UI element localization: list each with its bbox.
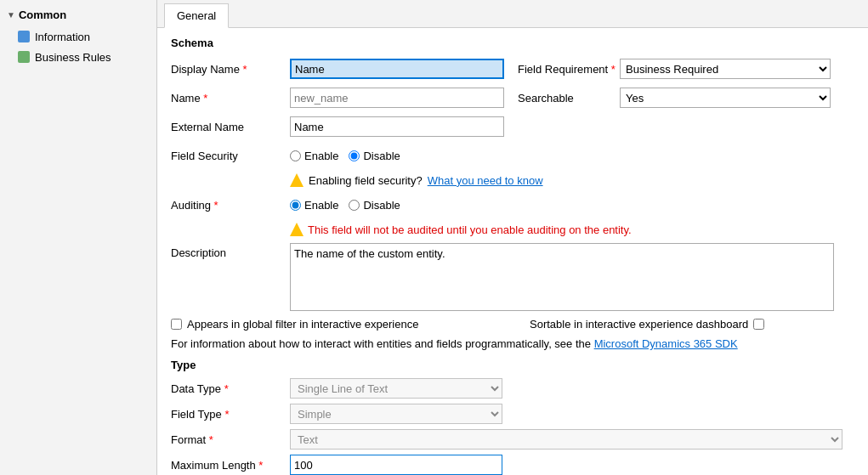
info-icon (17, 30, 31, 43)
auditing-warning-text: This field will not be audited until you… (308, 223, 632, 236)
sidebar-header: Common (0, 3, 156, 26)
tab-general[interactable]: General (164, 3, 229, 28)
checkbox-row: Appears in global filter in interactive … (171, 318, 854, 331)
description-row: Description (171, 243, 854, 311)
auditing-enable-radio[interactable] (290, 200, 301, 211)
sortable-label: Sortable in interactive experience dashb… (530, 318, 748, 331)
description-label: Description (171, 246, 290, 259)
field-security-warning-row: Enabling field security? What you need t… (290, 173, 854, 187)
sidebar-item-business-rules-label: Business Rules (35, 51, 111, 64)
field-requirement-group: Field Requirement * Business Required Re… (518, 59, 831, 79)
field-security-radio-group: Enable Disable (290, 150, 400, 162)
global-filter-label: Appears in global filter in interactive … (187, 318, 418, 331)
field-requirement-label: Field Requirement * (518, 63, 620, 76)
info-link-row: For information about how to interact wi… (171, 337, 854, 350)
external-name-label: External Name (171, 121, 290, 133)
data-type-row: Data Type * Single Line of Text (171, 378, 854, 399)
field-security-disable-label[interactable]: Disable (349, 150, 400, 162)
field-security-enable-label[interactable]: Enable (290, 150, 338, 162)
field-security-enable-radio[interactable] (290, 150, 301, 161)
warning-icon (290, 173, 304, 187)
max-length-input[interactable] (290, 455, 502, 475)
tab-general-label: General (177, 9, 216, 22)
field-security-label: Field Security (171, 150, 290, 162)
field-security-warning-text: Enabling field security? (309, 174, 423, 187)
external-name-input[interactable] (290, 116, 504, 137)
name-row: Name * Searchable Yes No (171, 87, 854, 109)
sidebar-item-information-label: Information (35, 31, 90, 43)
rules-icon (17, 50, 31, 64)
global-filter-checkbox[interactable] (171, 319, 182, 330)
tab-bar: General (157, 0, 868, 28)
description-textarea[interactable] (290, 243, 834, 311)
field-type-select[interactable]: Simple (290, 404, 502, 424)
sortable-checkbox[interactable] (753, 319, 764, 330)
format-select[interactable]: Text (290, 429, 842, 450)
global-filter-col: Appears in global filter in interactive … (171, 318, 496, 331)
display-name-required: * (243, 63, 247, 76)
field-security-row: Field Security Enable Disable (171, 144, 854, 167)
name-label: Name * (171, 92, 290, 105)
field-security-link[interactable]: What you need to know (428, 174, 543, 187)
sidebar-item-business-rules[interactable]: Business Rules (0, 47, 156, 67)
sidebar-item-information[interactable]: Information (0, 26, 156, 47)
data-type-select[interactable]: Single Line of Text (290, 378, 502, 399)
data-type-label: Data Type * (171, 382, 290, 395)
content-area: Schema Display Name * Field Requirement … (157, 28, 868, 475)
field-requirement-select[interactable]: Business Required Required Optional (620, 59, 831, 79)
format-label: Format * (171, 433, 290, 446)
display-name-input[interactable] (290, 59, 504, 79)
format-row: Format * Text (171, 429, 854, 450)
schema-title: Schema (171, 37, 854, 49)
sdk-link[interactable]: Microsoft Dynamics 365 SDK (594, 337, 738, 350)
max-length-row: Maximum Length * (171, 455, 854, 475)
auditing-warning-row: This field will not be audited until you… (290, 223, 854, 236)
field-type-label: Field Type * (171, 408, 290, 421)
field-security-disable-radio[interactable] (349, 150, 360, 161)
searchable-label: Searchable (518, 92, 620, 105)
searchable-group: Searchable Yes No (518, 88, 831, 108)
main-content: General Schema Display Name * Field Requ… (157, 0, 868, 475)
auditing-warning-icon (290, 223, 304, 236)
searchable-select[interactable]: Yes No (620, 88, 831, 108)
type-title: Type (171, 359, 854, 371)
auditing-radio-group: Enable Disable (290, 199, 400, 212)
auditing-disable-label[interactable]: Disable (349, 199, 400, 212)
sidebar-header-label: Common (19, 8, 66, 21)
max-length-label: Maximum Length * (171, 459, 290, 472)
sidebar: Common Information Business Rules (0, 0, 157, 475)
display-name-row: Display Name * Field Requirement * Busin… (171, 58, 854, 80)
auditing-enable-label[interactable]: Enable (290, 199, 338, 212)
name-input[interactable] (290, 88, 504, 108)
info-text: For information about how to interact wi… (171, 337, 591, 350)
auditing-label: Auditing * (171, 199, 290, 212)
external-name-row: External Name (171, 116, 854, 138)
display-name-label: Display Name * (171, 63, 290, 76)
field-type-row: Field Type * Simple (171, 404, 854, 424)
sortable-col: Sortable in interactive experience dashb… (530, 318, 854, 331)
auditing-disable-radio[interactable] (349, 200, 360, 211)
auditing-row: Auditing * Enable Disable (171, 194, 854, 216)
